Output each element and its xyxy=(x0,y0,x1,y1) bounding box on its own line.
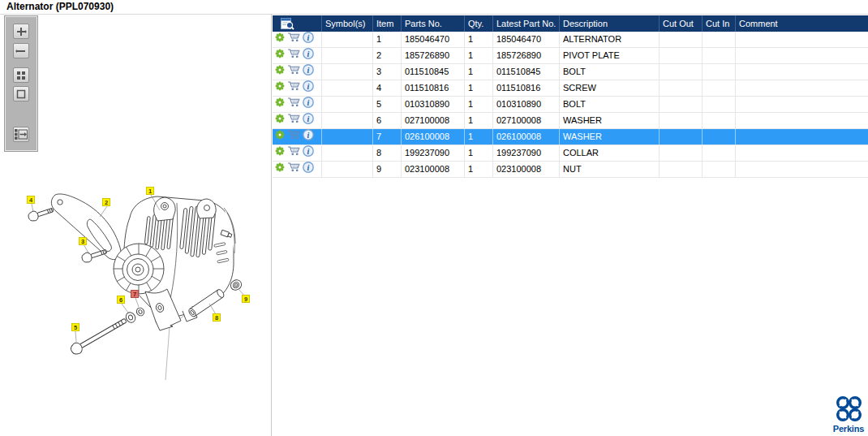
info-icon[interactable]: i xyxy=(303,80,314,96)
cell-qty: 1 xyxy=(465,129,493,145)
diagram-callout-6[interactable]: 6 xyxy=(117,296,125,304)
cell-parts_no: 185726890 xyxy=(402,48,465,63)
info-icon[interactable]: i xyxy=(303,64,314,80)
add-to-cart-icon[interactable] xyxy=(287,129,300,145)
configure-gear-icon[interactable] xyxy=(275,145,285,161)
cell-item: 3 xyxy=(373,64,402,80)
configure-gear-icon[interactable] xyxy=(275,113,285,128)
cell-cut_out xyxy=(660,64,703,80)
cell-item: 7 xyxy=(373,129,402,145)
cell-latest_part_no: 199237090 xyxy=(493,145,560,161)
add-to-cart-icon[interactable] xyxy=(287,162,300,177)
zoom-in-button[interactable] xyxy=(13,24,29,39)
add-to-cart-icon[interactable] xyxy=(287,64,300,80)
configure-gear-icon[interactable] xyxy=(275,129,285,145)
cell-item: 9 xyxy=(373,162,402,177)
table-row-item-9[interactable]: i90231000081023100008NUT xyxy=(273,162,868,178)
diagram-callout-7[interactable]: 7 xyxy=(131,290,139,298)
info-icon[interactable]: i xyxy=(303,162,314,177)
diagram-callout-8[interactable]: 8 xyxy=(213,313,221,322)
cell-symbols xyxy=(322,80,373,96)
diagram-callout-4[interactable]: 4 xyxy=(27,196,35,204)
cell-latest_part_no: 185046470 xyxy=(493,32,560,47)
cell-cut_in xyxy=(703,97,736,112)
cell-qty: 1 xyxy=(465,97,493,112)
bolt-4-art xyxy=(28,205,55,222)
diagram-callout-9[interactable]: 9 xyxy=(242,295,250,303)
info-icon[interactable]: i xyxy=(303,32,314,47)
cell-actions: i xyxy=(273,48,322,63)
info-icon[interactable]: i xyxy=(303,48,314,63)
column-header-cut_in: Cut In xyxy=(703,15,736,32)
table-row-item-8[interactable]: i81992370901199237090COLLAR xyxy=(273,145,868,162)
cell-item: 8 xyxy=(373,145,402,161)
info-icon[interactable]: i xyxy=(303,113,314,128)
cell-actions: i xyxy=(273,162,322,177)
cell-qty: 1 xyxy=(465,48,493,63)
cell-actions: i xyxy=(273,32,322,47)
add-to-cart-icon[interactable] xyxy=(287,32,300,47)
cell-parts_no: 027100008 xyxy=(402,113,465,128)
add-to-cart-icon[interactable] xyxy=(287,97,300,112)
cell-qty: 1 xyxy=(465,162,493,177)
cell-parts_no: 011510816 xyxy=(402,80,465,96)
cell-cut_in xyxy=(703,129,736,145)
cell-symbols xyxy=(322,64,373,80)
cell-item: 1 xyxy=(373,32,402,47)
add-to-cart-icon[interactable] xyxy=(287,48,300,63)
zoom-out-button[interactable] xyxy=(13,43,29,58)
cell-cut_in xyxy=(703,145,736,161)
fit-view-button[interactable] xyxy=(13,67,29,83)
table-row-item-4[interactable]: i40115108161011510816SCREW xyxy=(273,80,868,97)
grid-icon xyxy=(16,71,26,80)
cell-actions: i xyxy=(273,97,322,112)
report-search-icon xyxy=(281,18,294,30)
table-row-item-5[interactable]: i50103108901010310890BOLT xyxy=(273,97,868,113)
table-row-item-2[interactable]: i21857268901185726890PIVOT PLATE xyxy=(273,48,868,64)
cell-cut_out xyxy=(660,145,703,161)
cell-comment xyxy=(736,113,868,128)
cell-cut_out xyxy=(660,162,703,177)
add-to-cart-icon[interactable] xyxy=(287,80,300,96)
add-to-cart-icon[interactable] xyxy=(287,113,300,128)
bolt-5-art xyxy=(69,315,128,356)
cell-cut_out xyxy=(660,32,703,47)
table-header-row: Symbol(s)ItemParts No.Qty.Latest Part No… xyxy=(273,15,868,32)
plus-icon xyxy=(15,26,27,37)
cell-description: NUT xyxy=(560,162,660,177)
cell-cut_in xyxy=(703,113,736,128)
column-header-latest_part_no: Latest Part No. xyxy=(493,15,560,32)
table-row-item-3[interactable]: i30115108451011510845BOLT xyxy=(273,64,868,80)
cell-parts_no: 010310890 xyxy=(402,97,465,112)
table-row-item-6[interactable]: i60271000081027100008WASHER xyxy=(273,113,868,129)
cell-latest_part_no: 011510845 xyxy=(493,64,560,80)
diagram-callout-2[interactable]: 2 xyxy=(102,198,110,206)
cell-description: PIVOT PLATE xyxy=(560,48,660,63)
configure-gear-icon[interactable] xyxy=(275,48,285,63)
add-to-cart-icon[interactable] xyxy=(287,145,300,161)
configure-gear-icon[interactable] xyxy=(275,32,285,47)
svg-text:i: i xyxy=(307,49,310,58)
cell-cut_out xyxy=(660,129,703,145)
toggle-list-panel-button[interactable] xyxy=(13,127,29,142)
minus-icon xyxy=(15,45,27,57)
diagram-callout-1[interactable]: 1 xyxy=(146,187,154,195)
diagram-callout-5[interactable]: 5 xyxy=(71,323,79,331)
table-header-icon-cell[interactable] xyxy=(273,15,322,32)
cell-comment xyxy=(736,97,868,112)
configure-gear-icon[interactable] xyxy=(275,64,285,80)
cell-qty: 1 xyxy=(465,32,493,47)
configure-gear-icon[interactable] xyxy=(275,97,285,112)
info-icon[interactable]: i xyxy=(303,129,314,145)
configure-gear-icon[interactable] xyxy=(275,162,285,177)
diagram-callout-3[interactable]: 3 xyxy=(79,237,87,245)
configure-gear-icon[interactable] xyxy=(275,80,285,96)
table-row-item-7[interactable]: i70261000081026100008WASHER xyxy=(273,129,868,145)
zoom-window-button[interactable] xyxy=(13,86,29,101)
info-icon[interactable]: i xyxy=(303,97,314,112)
cell-qty: 1 xyxy=(465,113,493,128)
info-icon[interactable]: i xyxy=(303,145,314,161)
cell-comment xyxy=(736,80,868,96)
table-row-item-1[interactable]: i11850464701185046470ALTERNATOR xyxy=(273,32,868,48)
cell-description: WASHER xyxy=(560,129,660,145)
